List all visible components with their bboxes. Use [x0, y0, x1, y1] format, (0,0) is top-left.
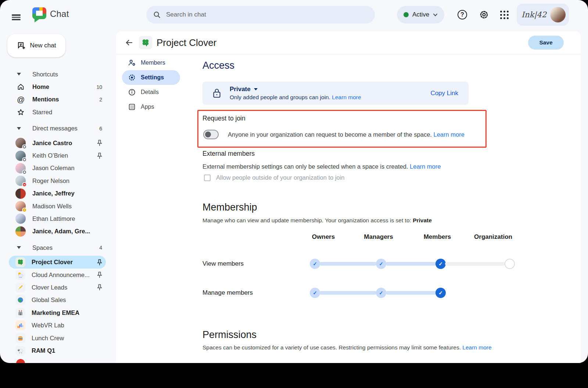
- permission-stop-check[interactable]: ✓: [376, 288, 386, 298]
- dm-item-madison-wells[interactable]: Madison Wells: [0, 200, 116, 212]
- avatar: [15, 201, 26, 211]
- permission-track: [319, 262, 377, 266]
- space-item-lunch-crew[interactable]: Lunch Crew: [0, 332, 116, 344]
- space-item-global-sales[interactable]: Global Sales: [0, 294, 116, 306]
- external-members-description: External membership settings can only be…: [202, 163, 441, 170]
- sidebar-item-mentions[interactable]: @ Mentions 2: [0, 93, 116, 106]
- back-button[interactable]: [123, 36, 136, 49]
- top-bar: Chat Active ?: [0, 0, 588, 29]
- permission-stop-check[interactable]: ✓: [310, 288, 320, 298]
- shortcuts-section-header[interactable]: Shortcuts: [0, 68, 116, 80]
- info-icon: [128, 88, 136, 96]
- tab-settings[interactable]: Settings: [122, 70, 180, 85]
- space-item-marketing-emea[interactable]: Marketing EMEA: [0, 306, 116, 319]
- lock-icon: [212, 88, 222, 99]
- request-to-join-toggle[interactable]: [203, 130, 219, 139]
- help-button[interactable]: ?: [453, 6, 471, 24]
- space-clover-icon: [139, 36, 152, 49]
- permission-stop-check[interactable]: ✓: [376, 259, 386, 269]
- tab-details[interactable]: Details: [122, 85, 180, 100]
- pencil-icon: [15, 283, 25, 292]
- permissions-description: Spaces can be customized for a variety o…: [202, 344, 492, 351]
- burger-icon: [15, 333, 25, 343]
- svg-text:W: W: [17, 325, 21, 329]
- app-title: Chat: [50, 9, 69, 19]
- new-chat-button[interactable]: New chat: [7, 34, 65, 57]
- apps-grid-icon: [500, 11, 509, 19]
- permission-stop-empty[interactable]: [505, 259, 515, 269]
- space-item-project-clover[interactable]: Project Clover: [9, 256, 106, 268]
- external-members-option: Allow people outside of your organizatio…: [204, 174, 344, 181]
- direct-messages-section-header[interactable]: Direct messages 6: [0, 122, 116, 135]
- settings-button[interactable]: [475, 6, 493, 24]
- space-item-cloud-announcements[interactable]: Cloud Announceme...: [0, 269, 116, 281]
- main-menu-button[interactable]: [7, 6, 25, 24]
- allow-outside-checkbox[interactable]: [204, 175, 211, 181]
- chevron-down-icon: [17, 246, 32, 249]
- user-avatar[interactable]: [550, 7, 566, 22]
- dm-item-jason-coleman[interactable]: Jason Coleman: [0, 162, 116, 175]
- spaces-section-header[interactable]: Spaces 4: [0, 241, 116, 254]
- pin-icon: [97, 152, 102, 159]
- tab-members[interactable]: Members: [122, 55, 180, 70]
- external-members-title: External members: [202, 150, 255, 158]
- back-arrow-icon: [125, 38, 134, 47]
- learn-more-link[interactable]: Learn more: [462, 344, 491, 351]
- column-header-managers: Managers: [364, 233, 393, 241]
- space-item-partial[interactable]: [0, 357, 116, 363]
- dm-item-janice-castro[interactable]: Janice Castro: [0, 137, 116, 149]
- view-members-label: View members: [202, 259, 244, 269]
- permission-stop-selected[interactable]: ✓: [435, 259, 446, 269]
- dm-item-janice-adam-greg[interactable]: Janice, Adam, Gre...: [0, 225, 116, 238]
- learn-more-link[interactable]: Learn more: [332, 94, 361, 100]
- toggle-knob: [205, 132, 211, 137]
- space-item-ram-q1[interactable]: RAM Q1: [0, 344, 116, 357]
- permission-track: [386, 291, 436, 295]
- access-heading: Access: [202, 60, 234, 71]
- red-space-icon: [15, 358, 25, 363]
- tab-apps[interactable]: Apps: [122, 100, 180, 114]
- status-label: Active: [412, 11, 429, 18]
- copy-link-button[interactable]: Copy Link: [430, 90, 458, 97]
- page-title: Project Clover: [157, 37, 216, 48]
- dm-item-keith-obrien[interactable]: Keith O’Brien: [0, 149, 116, 162]
- permission-stop-selected[interactable]: ✓: [435, 288, 446, 298]
- access-level-banner: Private Only added people and groups can…: [202, 82, 469, 105]
- org-brand: Ink|42: [521, 10, 546, 19]
- unread-count: 4: [99, 245, 102, 251]
- header-divider: [116, 54, 581, 54]
- column-header-members: Members: [424, 233, 451, 241]
- chevron-down-icon: [17, 127, 32, 130]
- sidebar-item-home[interactable]: Home 10: [0, 80, 116, 93]
- space-item-clover-leads[interactable]: Clover Leads: [0, 281, 116, 294]
- status-selector[interactable]: Active: [397, 6, 444, 24]
- search-bar[interactable]: [146, 6, 375, 24]
- pin-icon: [97, 284, 102, 291]
- google-apps-button[interactable]: [495, 6, 513, 24]
- column-header-owners: Owners: [312, 233, 335, 241]
- menu-icon: [12, 14, 21, 15]
- access-level-dropdown[interactable]: Private: [230, 86, 361, 93]
- dm-item-janice-jeffrey[interactable]: Janice, Jeffrey: [0, 187, 116, 200]
- sidebar-item-starred[interactable]: Starred: [0, 106, 116, 118]
- save-button[interactable]: Save: [528, 36, 564, 50]
- avatar-group: [15, 226, 26, 237]
- dm-item-roger-nelson[interactable]: Roger Nelson: [0, 175, 116, 187]
- globe-icon: [15, 295, 25, 305]
- learn-more-link[interactable]: Learn more: [410, 163, 441, 170]
- manage-members-label: Manage members: [202, 288, 253, 298]
- avatar: [15, 163, 26, 173]
- search-input[interactable]: [166, 11, 357, 18]
- dm-item-ethan-lattimore[interactable]: Ethan Lattimore: [0, 212, 116, 225]
- unread-count: 2: [99, 97, 102, 103]
- view-members-slider: ✓✓✓: [310, 259, 516, 269]
- learn-more-link[interactable]: Learn more: [434, 131, 465, 138]
- permission-stop-check[interactable]: ✓: [310, 259, 320, 269]
- clover-icon: [15, 257, 25, 267]
- account-pill[interactable]: Ink|42: [517, 4, 569, 26]
- space-item-webvr-lab[interactable]: W WebVR Lab: [0, 319, 116, 331]
- manage-members-icon: [128, 59, 136, 67]
- allow-outside-label: Allow people outside of your organizatio…: [216, 174, 344, 181]
- new-chat-icon: [17, 41, 26, 50]
- status-away-badge: [22, 208, 27, 212]
